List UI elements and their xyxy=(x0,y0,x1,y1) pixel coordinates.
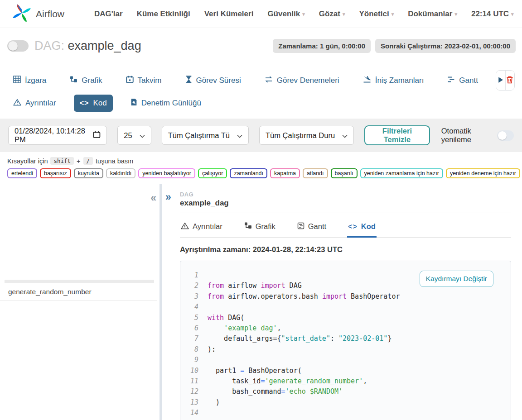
code-segment xyxy=(208,324,224,332)
code-segment: = xyxy=(281,387,285,396)
nav-item-0[interactable]: DAG'lar xyxy=(94,10,123,19)
nav-item-5[interactable]: Yönetici▾ xyxy=(359,10,394,19)
clear-filters-button[interactable]: Filtreleri Temizle xyxy=(364,125,430,145)
tab-görev-denemeleri[interactable]: Görev Denemeleri xyxy=(259,72,345,89)
code-line: 9 xyxy=(186,355,506,365)
detail-tab-grafik[interactable]: Grafik xyxy=(243,218,276,238)
filter-bar: 01/28/2024, 10:14:28 PM 25 Tüm Çalıştırm… xyxy=(0,119,522,152)
code-segment: import xyxy=(322,292,347,301)
status-badge-7: kapatma xyxy=(270,168,300,178)
play-icon xyxy=(497,76,504,85)
page-size-value: 25 xyxy=(124,131,132,140)
nav-item-label: Güvenlik xyxy=(267,10,300,19)
nav-item-3[interactable]: Güvenlik▾ xyxy=(267,10,304,19)
nav-item-7[interactable]: 22:14 UTC▾ xyxy=(471,10,514,19)
status-badge-3: kaldırıldı xyxy=(106,168,135,178)
tab-gantt[interactable]: Gantt xyxy=(441,72,484,89)
code-segment: with xyxy=(208,314,224,322)
airflow-brand[interactable]: Airflow xyxy=(12,3,64,25)
status-badge-6: zamanlandı xyxy=(230,168,267,178)
slash-key: / xyxy=(83,157,93,165)
tab-label: Ayrıntılar xyxy=(193,222,222,231)
line-number: 12 xyxy=(186,387,198,397)
page-title: DAG: example_dag xyxy=(34,39,141,53)
status-badge-4: yeniden başlatılıyor xyxy=(138,168,195,178)
warning-icon xyxy=(181,222,189,231)
dag-pause-toggle[interactable] xyxy=(7,40,29,52)
top-navbar: Airflow DAG'larKüme EtkinliğiVeri Kümele… xyxy=(0,0,522,28)
collapse-panel-icon[interactable]: « xyxy=(150,193,156,203)
tab-label: Denetim Günlüğü xyxy=(141,99,201,108)
auto-refresh-toggle[interactable] xyxy=(497,130,514,141)
line-number: 11 xyxy=(186,376,198,387)
shortcut-plus: + xyxy=(77,158,80,165)
tab-label: Gantt xyxy=(308,222,326,231)
tab-row2-0[interactable]: Ayrıntılar xyxy=(7,95,62,112)
detail-tab-ayrıntılar[interactable]: Ayrıntılar xyxy=(180,218,223,238)
task-band xyxy=(5,280,154,283)
tab-i̇zgara[interactable]: İzgara xyxy=(7,72,52,90)
line-number: 3 xyxy=(186,291,198,302)
tab-takvim[interactable]: Takvim xyxy=(120,72,168,90)
trigger-dag-button[interactable] xyxy=(496,71,505,90)
brand-name: Airflow xyxy=(36,9,64,19)
toggle-knob xyxy=(498,131,507,140)
tab-row2-2[interactable]: Denetim Günlüğü xyxy=(125,94,207,112)
code-segment: from xyxy=(208,292,224,301)
shortcut-hint: Kısayollar için shift + / tuşuna basın xyxy=(7,157,515,165)
code-segment: = xyxy=(240,367,244,375)
detail-tab-gantt[interactable]: Gantt xyxy=(296,218,327,238)
code-segment: : xyxy=(330,334,338,343)
details-panel: » DAG example_dag AyrıntılarGrafikGantt<… xyxy=(162,184,522,420)
tab-görev-süresi[interactable]: Görev Süresi xyxy=(179,72,247,90)
code-segment: 'echo $RANDOM' xyxy=(285,387,343,396)
code-segment: 'generate_random_number' xyxy=(265,377,363,385)
schedule-badge: Zamanlama: 1 gün, 0:00:00 xyxy=(273,39,371,53)
page-size-select[interactable]: 25 xyxy=(117,126,151,145)
nav-item-2[interactable]: Veri Kümeleri xyxy=(204,10,254,19)
line-number: 14 xyxy=(186,408,198,418)
expand-panel-icon[interactable]: » xyxy=(165,191,171,203)
tab-row2-1[interactable]: <>Kod xyxy=(74,95,113,112)
code-line: 13 ) xyxy=(186,397,506,408)
run-type-select[interactable]: Tüm Çalıştırma Tü xyxy=(162,126,249,145)
calendar-icon xyxy=(126,76,134,86)
detail-tab-kod[interactable]: <>Kod xyxy=(347,218,377,238)
code-line: 14 xyxy=(186,408,506,418)
code-segment: , xyxy=(277,324,281,332)
nav-item-6[interactable]: Dokümanlar▾ xyxy=(408,10,457,19)
nav-item-label: Veri Kümeleri xyxy=(204,10,254,19)
code-segment: bash_command xyxy=(208,387,281,396)
tab-label: Ayrıntılar xyxy=(25,99,56,108)
code-line: 12 bash_command='echo $RANDOM' xyxy=(186,387,506,397)
base-date-value: 01/28/2024, 10:14:28 PM xyxy=(14,127,93,144)
code-segment: , xyxy=(363,377,367,385)
chevron-down-icon: ▾ xyxy=(511,11,514,17)
code-line: 11 task_id='generate_random_number', xyxy=(186,376,506,387)
tab-i̇niş-zamanları[interactable]: İniş Zamanları xyxy=(357,72,430,89)
delete-dag-button[interactable] xyxy=(505,71,514,90)
airflow-logo-icon xyxy=(12,3,32,25)
legend-section: Kısayollar için shift + / tuşuna basın e… xyxy=(0,152,522,178)
shift-key: shift xyxy=(50,157,74,165)
dag-actions xyxy=(496,70,515,91)
tab-label: İzgara xyxy=(25,76,46,85)
code-segment: import xyxy=(261,282,285,290)
detail-tabs: AyrıntılarGrafikGantt<>Kod xyxy=(180,218,511,238)
toggle-wrap-button[interactable]: Kaydırmayı Değiştir xyxy=(420,271,493,287)
base-date-input[interactable]: 01/28/2024, 10:14:28 PM xyxy=(8,126,107,145)
task-row[interactable]: generate_random_number xyxy=(0,284,157,301)
nav-item-1[interactable]: Küme Etkinliği xyxy=(137,10,190,19)
code-line: 4 xyxy=(186,302,506,312)
retry-icon xyxy=(265,76,273,85)
nav-item-4[interactable]: Gözat▾ xyxy=(319,10,345,19)
tab-grafik[interactable]: Grafik xyxy=(64,72,108,90)
code-icon: <> xyxy=(348,222,358,231)
line-number: 13 xyxy=(186,397,198,408)
status-badge-8: atlandı xyxy=(303,168,328,178)
run-state-select[interactable]: Tüm Çalıştırma Duru xyxy=(259,126,354,145)
nav-item-label: Küme Etkinliği xyxy=(137,10,190,19)
view-tabs-row2: Ayrıntılar<>KodDenetim Günlüğü xyxy=(7,94,515,112)
code-line: 6 'example_dag', xyxy=(186,323,506,334)
hourglass-icon xyxy=(185,76,192,86)
